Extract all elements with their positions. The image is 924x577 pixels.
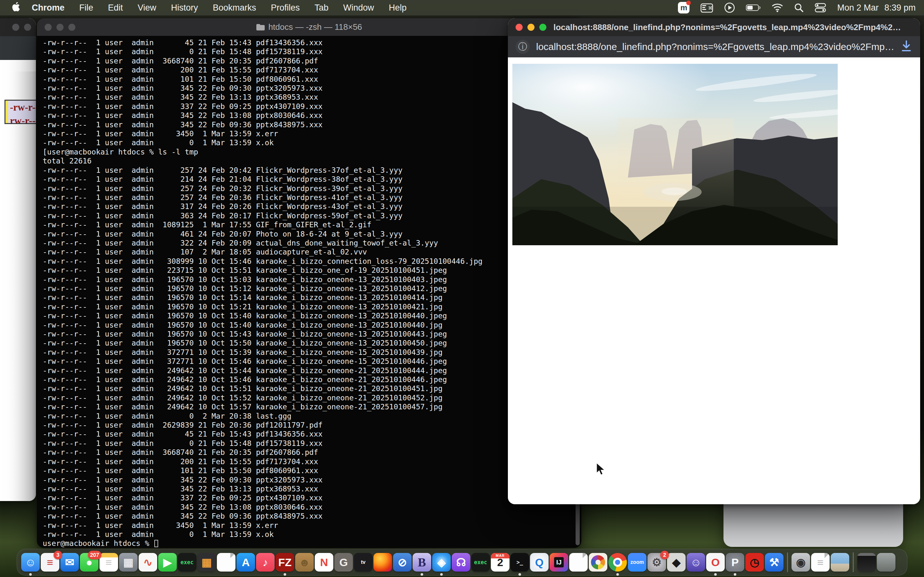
close-button[interactable] <box>515 24 523 31</box>
dock-zoom-icon[interactable]: zoom <box>628 553 646 572</box>
dock-trash-icon[interactable] <box>877 553 895 572</box>
dock-iterm-icon[interactable]: >_ <box>510 553 529 572</box>
running-indicator <box>616 573 619 576</box>
minimize-button[interactable] <box>527 24 535 31</box>
menu-view[interactable]: View <box>130 3 164 13</box>
menubar-clock[interactable]: Mon 2 Mar 8:39 pm <box>837 3 916 13</box>
running-indicator <box>734 573 736 576</box>
zoom-glyph: zoom <box>630 560 644 565</box>
app-store-glyph: A <box>242 557 250 568</box>
menu-bookmarks[interactable]: Bookmarks <box>205 3 263 13</box>
dock-separator <box>787 552 788 572</box>
notification-badge: 2 <box>660 551 669 559</box>
notification-dot <box>686 1 691 5</box>
dock-apple-tv-icon[interactable]: tv <box>354 553 373 572</box>
menu-profiles[interactable]: Profiles <box>263 3 307 13</box>
dock-app-store-icon[interactable]: A <box>236 553 255 572</box>
dock-pet-app-icon[interactable]: ☺ <box>687 553 705 572</box>
menubar-app-icon[interactable]: m <box>678 2 690 13</box>
dock-intellij-idea-icon[interactable]: IJ <box>549 553 568 572</box>
dock-contacts-icon[interactable]: ☻ <box>295 553 314 572</box>
spotlight-search-icon[interactable] <box>794 3 804 13</box>
dock-paint-palette-icon[interactable] <box>589 553 607 572</box>
background-window-titlebar[interactable] <box>0 18 36 36</box>
exec-terminal-2-glyph: exec <box>474 560 487 565</box>
zoom-button[interactable] <box>540 24 546 31</box>
running-indicator <box>519 573 521 576</box>
dock-textedit-icon[interactable]: ≡ <box>811 553 830 572</box>
site-info-icon[interactable]: ⓘ <box>515 40 530 54</box>
dock-gauge-app-icon[interactable]: ◷ <box>745 553 764 572</box>
notification-badge: 3 <box>53 551 62 559</box>
dock-chrome-icon[interactable] <box>608 553 627 572</box>
address-bar[interactable]: localhost:8888/one_linefind.php?nonims=%… <box>536 41 894 52</box>
dock-music-icon[interactable]: ♪ <box>256 553 275 572</box>
system-settings-glyph: ⚙ <box>652 557 662 568</box>
dock-elephant-app-icon[interactable]: P <box>726 553 744 572</box>
finder-glyph: ☺ <box>25 557 36 568</box>
download-icon[interactable] <box>900 40 913 54</box>
inkscape-glyph: ◆ <box>672 557 680 568</box>
dock-blocked-app-icon[interactable]: ⊘ <box>393 553 412 572</box>
dock-launchpad-icon[interactable]: ▦ <box>119 553 137 572</box>
dock-accessibility-inspector-icon[interactable]: ◉ <box>792 553 810 572</box>
running-indicator <box>284 573 286 576</box>
browser-titlebar[interactable]: localhost:8888/one_linefind.php?nonims=%… <box>508 18 920 36</box>
apple-menu-icon[interactable] <box>11 2 21 13</box>
keyboard-window-icon[interactable]: ⌘ <box>700 3 713 13</box>
running-indicator <box>421 573 423 576</box>
dock-system-settings-icon[interactable]: ⚙2 <box>648 553 666 572</box>
dock-xcode-icon[interactable]: ⚒ <box>765 553 783 572</box>
menu-tab[interactable]: Tab <box>307 3 336 13</box>
dock-gimp-icon[interactable]: G <box>334 553 353 572</box>
dock-quicktime-icon[interactable]: Q <box>530 553 549 572</box>
highlight-line: rw-r--r- <box>10 114 36 124</box>
menu-file[interactable]: File <box>72 3 101 13</box>
wifi-icon[interactable] <box>772 3 783 12</box>
dock-freeform-icon[interactable]: ∿ <box>139 553 157 572</box>
dock-inkscape-icon[interactable]: ◆ <box>667 553 686 572</box>
dock-minimized-window-icon[interactable] <box>857 553 876 572</box>
terminal-output: -rw-r--r-- 1 user admin 45 21 Feb 15:43 … <box>37 37 582 548</box>
close-button[interactable] <box>12 24 19 31</box>
reminders-glyph: ≡ <box>47 557 53 568</box>
dock-exec-terminal-icon[interactable]: exec <box>178 553 196 572</box>
freeform-glyph: ∿ <box>144 557 153 568</box>
dock-notes-icon[interactable]: ≡ <box>99 553 118 572</box>
dock-opera-icon[interactable]: O <box>706 553 725 572</box>
menu-help[interactable]: Help <box>381 3 414 13</box>
dock-messages-icon[interactable]: ●207 <box>80 553 99 572</box>
svg-text:⌘: ⌘ <box>708 5 712 11</box>
dock-firefox-icon[interactable] <box>373 553 392 572</box>
menu-history[interactable]: History <box>164 3 205 13</box>
xcode-glyph: ⚒ <box>769 557 779 568</box>
dock-b-app-icon[interactable]: B <box>413 553 431 572</box>
dock-mail-icon[interactable]: ✉ <box>60 553 79 572</box>
dock-calendar-icon[interactable]: MAR2 <box>491 553 509 572</box>
browser-page <box>508 57 920 504</box>
dock-facetime-icon[interactable]: ▶ <box>158 553 177 572</box>
dock-libreoffice-document-icon[interactable] <box>217 553 236 572</box>
menu-edit[interactable]: Edit <box>101 3 131 13</box>
terminal-titlebar[interactable]: htdocs — -zsh — 118×56 <box>37 18 582 36</box>
dock-reminders-icon[interactable]: ≡3 <box>41 553 59 572</box>
menu-chrome[interactable]: Chrome <box>24 3 72 13</box>
minimize-button[interactable] <box>24 24 31 31</box>
clock-date: Mon 2 Mar <box>837 3 879 13</box>
dock-finder-icon[interactable]: ☺ <box>21 553 40 572</box>
dock-safari-icon[interactable]: ◈ <box>432 553 451 572</box>
menu-window[interactable]: Window <box>336 3 381 13</box>
dock-news-icon[interactable]: N <box>315 553 333 572</box>
dock-document-icon[interactable] <box>569 553 588 572</box>
terminal-content[interactable]: -rw-r--r-- 1 user admin 45 21 Feb 15:43 … <box>37 37 582 548</box>
playback-icon[interactable] <box>724 2 735 13</box>
control-center-icon[interactable] <box>814 3 826 13</box>
highlighted-text-box[interactable]: -rw-r--r rw-r--r- <box>5 100 36 124</box>
dock-filezilla-icon[interactable]: FZ <box>276 553 294 572</box>
dock-exec-terminal-2-icon[interactable]: exec <box>471 553 490 572</box>
terminal-window: htdocs — -zsh — 118×56 -rw-r--r-- 1 user… <box>37 18 582 548</box>
dock-keypad-calculator-icon[interactable]: ▦ <box>197 553 216 572</box>
battery-icon[interactable] <box>746 4 761 11</box>
dock-podcasts-icon[interactable]: ☊ <box>452 553 470 572</box>
dock-photo-file-icon[interactable] <box>830 553 849 572</box>
